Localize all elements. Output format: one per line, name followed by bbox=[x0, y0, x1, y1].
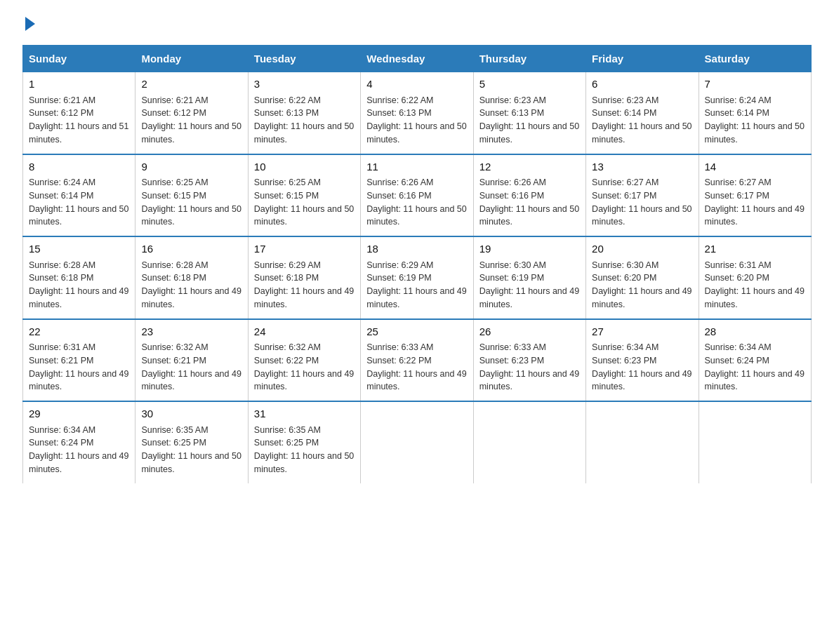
day-number: 30 bbox=[141, 406, 241, 422]
sunset-text: Sunset: 6:25 PM bbox=[141, 438, 206, 448]
day-number: 1 bbox=[29, 76, 129, 93]
calendar-cell: 24Sunrise: 6:32 AMSunset: 6:22 PMDayligh… bbox=[248, 319, 360, 402]
sunset-text: Sunset: 6:12 PM bbox=[141, 108, 206, 118]
daylight-text: Daylight: 11 hours and 49 minutes. bbox=[366, 286, 466, 309]
calendar-cell: 13Sunrise: 6:27 AMSunset: 6:17 PMDayligh… bbox=[586, 154, 699, 237]
sunset-text: Sunset: 6:21 PM bbox=[141, 356, 206, 365]
daylight-text: Daylight: 11 hours and 49 minutes. bbox=[592, 369, 691, 392]
calendar-cell: 26Sunrise: 6:33 AMSunset: 6:23 PMDayligh… bbox=[473, 319, 585, 402]
calendar-cell: 1Sunrise: 6:21 AMSunset: 6:12 PMDaylight… bbox=[23, 72, 135, 154]
sunrise-text: Sunrise: 6:21 AM bbox=[141, 95, 208, 105]
sunrise-text: Sunrise: 6:25 AM bbox=[141, 177, 208, 187]
daylight-text: Daylight: 11 hours and 50 minutes. bbox=[705, 121, 805, 145]
sunrise-text: Sunrise: 6:21 AM bbox=[29, 95, 95, 105]
calendar-cell: 9Sunrise: 6:25 AMSunset: 6:15 PMDaylight… bbox=[135, 154, 248, 237]
daylight-text: Daylight: 11 hours and 49 minutes. bbox=[592, 286, 691, 309]
sunset-text: Sunset: 6:18 PM bbox=[29, 273, 93, 283]
sunset-text: Sunset: 6:13 PM bbox=[479, 108, 544, 118]
calendar-cell: 18Sunrise: 6:29 AMSunset: 6:19 PMDayligh… bbox=[361, 236, 473, 319]
daylight-text: Daylight: 11 hours and 49 minutes. bbox=[141, 369, 241, 392]
daylight-text: Daylight: 11 hours and 51 minutes. bbox=[29, 121, 128, 145]
day-number: 31 bbox=[254, 406, 355, 422]
sunset-text: Sunset: 6:22 PM bbox=[254, 356, 319, 365]
calendar-week-row: 1Sunrise: 6:21 AMSunset: 6:12 PMDaylight… bbox=[23, 72, 812, 154]
calendar-week-row: 22Sunrise: 6:31 AMSunset: 6:21 PMDayligh… bbox=[23, 319, 812, 402]
sunset-text: Sunset: 6:20 PM bbox=[592, 273, 656, 283]
daylight-text: Daylight: 11 hours and 50 minutes. bbox=[592, 121, 691, 145]
sunset-text: Sunset: 6:19 PM bbox=[479, 273, 544, 283]
sunrise-text: Sunrise: 6:27 AM bbox=[592, 177, 658, 187]
logo-arrow-icon bbox=[25, 17, 35, 31]
day-number: 2 bbox=[141, 76, 241, 93]
day-header-thursday: Thursday bbox=[473, 46, 585, 72]
day-number: 26 bbox=[479, 324, 580, 340]
daylight-text: Daylight: 11 hours and 49 minutes. bbox=[141, 286, 241, 309]
calendar-cell bbox=[586, 401, 699, 483]
sunrise-text: Sunrise: 6:24 AM bbox=[29, 177, 95, 187]
daylight-text: Daylight: 11 hours and 50 minutes. bbox=[479, 204, 579, 227]
sunrise-text: Sunrise: 6:34 AM bbox=[705, 342, 772, 352]
logo bbox=[22, 17, 35, 31]
sunrise-text: Sunrise: 6:28 AM bbox=[29, 260, 95, 270]
calendar-week-row: 29Sunrise: 6:34 AMSunset: 6:24 PMDayligh… bbox=[23, 401, 812, 483]
day-number: 17 bbox=[254, 241, 355, 257]
sunrise-text: Sunrise: 6:24 AM bbox=[705, 95, 772, 105]
day-header-sunday: Sunday bbox=[23, 46, 135, 72]
calendar-cell: 4Sunrise: 6:22 AMSunset: 6:13 PMDaylight… bbox=[361, 72, 473, 154]
sunset-text: Sunset: 6:22 PM bbox=[366, 356, 431, 365]
daylight-text: Daylight: 11 hours and 49 minutes. bbox=[254, 369, 354, 392]
sunrise-text: Sunrise: 6:25 AM bbox=[254, 177, 321, 187]
calendar-cell: 5Sunrise: 6:23 AMSunset: 6:13 PMDaylight… bbox=[473, 72, 585, 154]
calendar-cell: 29Sunrise: 6:34 AMSunset: 6:24 PMDayligh… bbox=[23, 401, 135, 483]
calendar-cell: 30Sunrise: 6:35 AMSunset: 6:25 PMDayligh… bbox=[135, 401, 248, 483]
day-header-saturday: Saturday bbox=[699, 46, 811, 72]
sunset-text: Sunset: 6:24 PM bbox=[705, 356, 769, 365]
calendar-week-row: 8Sunrise: 6:24 AMSunset: 6:14 PMDaylight… bbox=[23, 154, 812, 237]
day-number: 22 bbox=[29, 324, 129, 340]
day-number: 13 bbox=[592, 159, 692, 175]
day-number: 3 bbox=[254, 76, 355, 93]
calendar-cell bbox=[699, 401, 811, 483]
daylight-text: Daylight: 11 hours and 49 minutes. bbox=[29, 369, 128, 392]
day-number: 9 bbox=[141, 159, 241, 175]
calendar-cell: 31Sunrise: 6:35 AMSunset: 6:25 PMDayligh… bbox=[248, 401, 360, 483]
sunrise-text: Sunrise: 6:27 AM bbox=[705, 177, 772, 187]
day-number: 15 bbox=[29, 241, 129, 257]
calendar-cell: 23Sunrise: 6:32 AMSunset: 6:21 PMDayligh… bbox=[135, 319, 248, 402]
sunset-text: Sunset: 6:21 PM bbox=[29, 356, 93, 365]
sunset-text: Sunset: 6:16 PM bbox=[366, 191, 431, 201]
day-number: 21 bbox=[705, 241, 805, 257]
calendar-cell: 6Sunrise: 6:23 AMSunset: 6:14 PMDaylight… bbox=[586, 72, 699, 154]
day-number: 11 bbox=[366, 159, 467, 175]
sunrise-text: Sunrise: 6:23 AM bbox=[479, 95, 546, 105]
sunrise-text: Sunrise: 6:33 AM bbox=[366, 342, 433, 352]
sunrise-text: Sunrise: 6:28 AM bbox=[141, 260, 208, 270]
day-number: 20 bbox=[592, 241, 692, 257]
day-number: 14 bbox=[705, 159, 805, 175]
calendar-cell: 16Sunrise: 6:28 AMSunset: 6:18 PMDayligh… bbox=[135, 236, 248, 319]
daylight-text: Daylight: 11 hours and 49 minutes. bbox=[705, 286, 805, 309]
daylight-text: Daylight: 11 hours and 49 minutes. bbox=[29, 451, 128, 474]
day-number: 7 bbox=[705, 76, 805, 93]
day-number: 6 bbox=[592, 76, 692, 93]
daylight-text: Daylight: 11 hours and 50 minutes. bbox=[592, 204, 691, 227]
calendar-cell: 11Sunrise: 6:26 AMSunset: 6:16 PMDayligh… bbox=[361, 154, 473, 237]
sunrise-text: Sunrise: 6:34 AM bbox=[592, 342, 658, 352]
sunset-text: Sunset: 6:16 PM bbox=[479, 191, 544, 201]
day-header-wednesday: Wednesday bbox=[361, 46, 473, 72]
daylight-text: Daylight: 11 hours and 50 minutes. bbox=[141, 121, 241, 145]
sunrise-text: Sunrise: 6:34 AM bbox=[29, 425, 95, 435]
day-number: 28 bbox=[705, 324, 805, 340]
day-number: 4 bbox=[366, 76, 467, 93]
sunrise-text: Sunrise: 6:22 AM bbox=[254, 95, 321, 105]
sunrise-text: Sunrise: 6:23 AM bbox=[592, 95, 658, 105]
calendar-cell: 14Sunrise: 6:27 AMSunset: 6:17 PMDayligh… bbox=[699, 154, 811, 237]
day-number: 8 bbox=[29, 159, 129, 175]
calendar-cell: 15Sunrise: 6:28 AMSunset: 6:18 PMDayligh… bbox=[23, 236, 135, 319]
sunrise-text: Sunrise: 6:29 AM bbox=[254, 260, 321, 270]
day-number: 12 bbox=[479, 159, 580, 175]
sunrise-text: Sunrise: 6:31 AM bbox=[705, 260, 772, 270]
sunset-text: Sunset: 6:17 PM bbox=[705, 191, 769, 201]
daylight-text: Daylight: 11 hours and 49 minutes. bbox=[705, 204, 805, 227]
daylight-text: Daylight: 11 hours and 50 minutes. bbox=[254, 451, 354, 474]
